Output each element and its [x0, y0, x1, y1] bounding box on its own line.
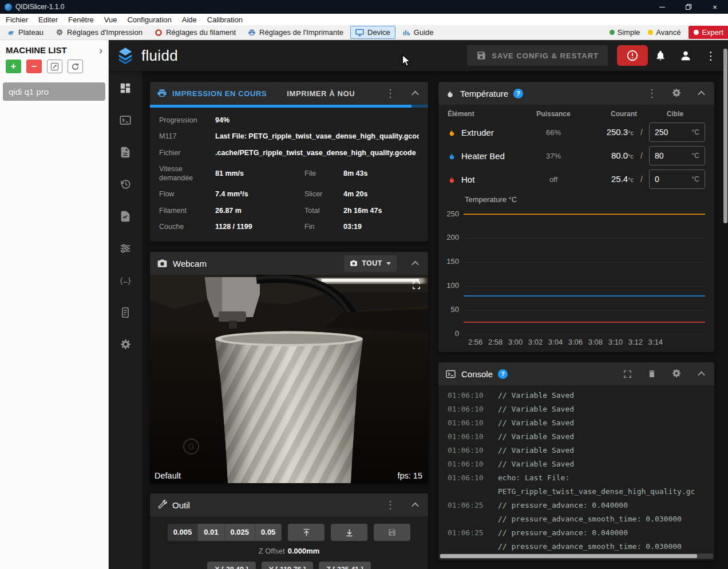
- console-collapse-button[interactable]: [691, 364, 711, 384]
- fluidd-navbar: fluidd SAVE CONFIG & RESTART ⋮: [109, 40, 728, 71]
- axis-position-button[interactable]: X [ 38.49 ]: [207, 562, 255, 569]
- temperature-table-header: Élément Puissance Courant Cible: [438, 105, 714, 120]
- temperature-menu-button[interactable]: ⋮: [642, 84, 662, 103]
- page-vertical-scrollbar[interactable]: [723, 49, 727, 223]
- svg-text:{…}: {…}: [119, 276, 132, 284]
- tool-icon: [157, 500, 167, 510]
- print-panel-collapse-button[interactable]: [405, 84, 425, 103]
- tool-panel-collapse-button[interactable]: [405, 495, 425, 515]
- console-clear-button[interactable]: [642, 364, 662, 384]
- menu-item[interactable]: Calibration: [202, 15, 248, 24]
- heater-name[interactable]: Heater Bed: [461, 151, 505, 161]
- z-step-button[interactable]: 0.05: [255, 524, 282, 541]
- mode-simple[interactable]: Simple: [610, 28, 640, 37]
- heater-target-input[interactable]: 250 °C: [649, 123, 705, 142]
- machine-item-qidi-q1-pro[interactable]: qidi q1 pro: [3, 82, 105, 101]
- macros-icon[interactable]: {…}: [119, 274, 132, 287]
- x-tick-label: 3:06: [568, 338, 583, 346]
- close-button[interactable]: ×: [702, 0, 728, 14]
- tool-panel-menu-button[interactable]: ⋮: [381, 495, 400, 515]
- webcam-image: G: [150, 275, 428, 483]
- collapse-chevron-icon[interactable]: ›: [99, 47, 102, 54]
- tab-plateau[interactable]: Plateau: [2, 26, 49, 39]
- settings-icon[interactable]: [119, 338, 132, 351]
- minimize-button[interactable]: [649, 0, 675, 14]
- menu-item[interactable]: Aide: [177, 15, 202, 24]
- edit-icon: [50, 62, 59, 71]
- axis-position-button[interactable]: Y [ 119.76 ]: [262, 562, 313, 569]
- files-icon[interactable]: [119, 146, 132, 159]
- add-machine-button[interactable]: +: [6, 60, 21, 73]
- console-settings-button[interactable]: [667, 364, 686, 384]
- fluidd-device-view: fluidd SAVE CONFIG & RESTART ⋮: [109, 40, 728, 569]
- emergency-stop-button[interactable]: [617, 45, 648, 66]
- printer-icon: [157, 88, 167, 98]
- edit-machine-button[interactable]: [47, 60, 62, 73]
- tab-filament-settings[interactable]: Réglages du filament: [149, 26, 241, 39]
- maximize-button[interactable]: [675, 0, 702, 14]
- tab-printer-settings[interactable]: Réglages de l'Imprimante: [243, 26, 349, 39]
- dashboard-icon[interactable]: [119, 82, 132, 94]
- mode-avance[interactable]: Avancé: [648, 28, 680, 37]
- navbar-menu-button[interactable]: ⋮: [698, 43, 723, 68]
- heater-target-input[interactable]: 0 °C: [649, 169, 705, 189]
- z-step-button[interactable]: 0.01: [198, 524, 224, 541]
- console-icon[interactable]: [119, 114, 132, 127]
- print-panel-menu-button[interactable]: ⋮: [381, 84, 400, 103]
- z-up-button[interactable]: [288, 524, 325, 541]
- menu-item[interactable]: Vue: [99, 15, 122, 24]
- remove-machine-button[interactable]: −: [26, 60, 42, 73]
- console-line: // pressure_advance_smooth_time: 0.03000…: [448, 512, 710, 526]
- avance-dot-icon: [648, 30, 653, 35]
- device-icon: [355, 29, 364, 37]
- tune-icon[interactable]: [119, 242, 132, 255]
- axis-position-button[interactable]: Z [ 225.41 ]: [319, 562, 371, 569]
- console-line: 01:06:10// Variable Saved: [448, 402, 710, 416]
- tab-guide[interactable]: Guide: [397, 26, 439, 39]
- menu-item[interactable]: Configuration: [122, 15, 176, 24]
- temperature-help-button[interactable]: ?: [513, 89, 523, 98]
- console-line: 01:06:10// Variable Saved: [448, 457, 710, 471]
- printing-tab[interactable]: IMPRESSION EN COURS: [157, 88, 267, 98]
- refresh-machines-button[interactable]: [68, 60, 83, 73]
- save-config-restart-button[interactable]: SAVE CONFIG & RESTART: [467, 45, 608, 66]
- console-fullscreen-button[interactable]: [618, 364, 637, 384]
- filament-icon: [155, 29, 163, 37]
- temperature-collapse-button[interactable]: [691, 84, 711, 103]
- menu-bar: FichierEditerFenêtreVueConfigurationAide…: [0, 14, 728, 25]
- z-step-button[interactable]: 0.025: [225, 524, 256, 541]
- console-line: PETG_ripple_twist_vase_dense_high_qualit…: [448, 485, 710, 499]
- x-tick-label: 3:00: [508, 338, 523, 346]
- z-step-button[interactable]: 0.005: [168, 524, 199, 541]
- console-help-button[interactable]: ?: [498, 369, 508, 379]
- console-line: 01:06:10// Variable Saved: [448, 389, 710, 402]
- temperature-row: Extruder 66% 250.3°c / 250 °C: [438, 120, 714, 144]
- tab-print-settings[interactable]: Réglages d'Impression: [50, 26, 148, 39]
- refresh-icon: [71, 62, 80, 71]
- z-save-button[interactable]: [374, 524, 410, 541]
- temperature-settings-button[interactable]: [667, 84, 686, 103]
- mode-expert[interactable]: Expert: [689, 26, 728, 39]
- user-button[interactable]: [673, 43, 698, 68]
- menu-item[interactable]: Fenêtre: [63, 15, 99, 24]
- camera-select-button[interactable]: TOUT: [344, 255, 397, 272]
- configure-icon[interactable]: [119, 306, 132, 319]
- console-horizontal-scrollbar[interactable]: [440, 554, 713, 559]
- notifications-button[interactable]: [648, 43, 673, 68]
- history-icon[interactable]: [119, 178, 132, 191]
- reprint-tab[interactable]: IMPRIMER À NOU: [287, 89, 355, 98]
- webcam-title: Webcam: [173, 259, 207, 268]
- gcode-preview-icon[interactable]: [119, 210, 132, 223]
- z-down-button[interactable]: [331, 524, 367, 541]
- menu-item[interactable]: Editer: [33, 15, 63, 24]
- menu-item[interactable]: Fichier: [0, 15, 33, 24]
- webcam-fullscreen-button[interactable]: [412, 280, 421, 293]
- heater-name[interactable]: Hot: [461, 175, 474, 184]
- chart-y-axis: 250200150100500: [443, 207, 460, 334]
- webcam-collapse-button[interactable]: [405, 254, 425, 273]
- heater-name[interactable]: Extruder: [461, 128, 494, 137]
- scrollbar-thumb[interactable]: [440, 554, 697, 558]
- tab-device[interactable]: Device: [350, 26, 395, 39]
- heater-target-input[interactable]: 80 °C: [649, 146, 705, 165]
- title-bar: QIDISlicer-1.1.0 ×: [0, 0, 728, 14]
